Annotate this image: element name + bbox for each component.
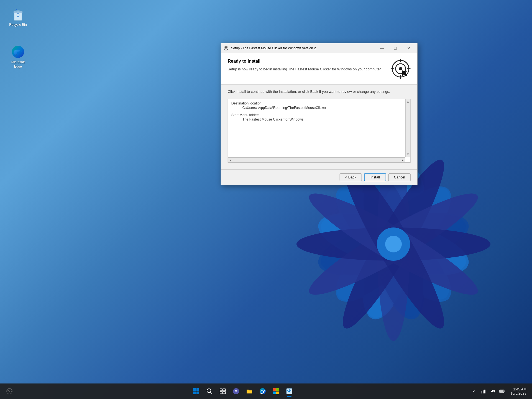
- svg-point-10: [312, 200, 475, 288]
- desktop: Recycle Bin: [0, 0, 532, 399]
- horizontal-scrollbar[interactable]: ◄ ►: [228, 157, 405, 162]
- svg-point-1: [349, 163, 438, 326]
- task-view-button[interactable]: [217, 385, 229, 397]
- search-button[interactable]: [203, 385, 216, 397]
- cancel-button[interactable]: Cancel: [388, 173, 411, 181]
- svg-point-22: [301, 181, 486, 307]
- svg-rect-43: [196, 392, 199, 394]
- svg-rect-60: [483, 390, 484, 393]
- dialog-section-title: Ready to Install: [228, 59, 385, 64]
- svg-rect-46: [223, 389, 226, 391]
- clock-area[interactable]: 1:45 AM 10/5/2023: [508, 386, 529, 397]
- svg-point-31: [225, 47, 227, 49]
- close-button[interactable]: ✕: [402, 44, 415, 53]
- dialog-footer: < Back Install Cancel: [221, 169, 417, 185]
- store-icon[interactable]: [270, 385, 282, 397]
- svg-rect-54: [273, 392, 276, 394]
- dialog-titlebar[interactable]: Setup - The Fastest Mouse Clicker for Wi…: [221, 43, 417, 53]
- svg-point-5: [321, 172, 466, 316]
- dialog-section-desc: Setup is now ready to begin installing T…: [228, 66, 385, 72]
- svg-point-12: [351, 166, 436, 323]
- scroll-right-arrow[interactable]: ►: [400, 157, 405, 162]
- dialog-header-content: Ready to Install Setup is now ready to b…: [228, 59, 385, 72]
- taskbar-widgets-icon[interactable]: [3, 385, 16, 397]
- file-explorer-icon[interactable]: [243, 385, 255, 397]
- svg-text:M: M: [235, 389, 237, 393]
- scroll-left-arrow[interactable]: ◄: [228, 157, 233, 162]
- recycle-bin-label: Recycle Bin: [9, 23, 27, 27]
- scroll-down-arrow[interactable]: ▼: [405, 152, 410, 157]
- svg-rect-42: [193, 392, 196, 394]
- edge-icon-label: MicrosoftEdge: [11, 60, 25, 69]
- minimize-button[interactable]: —: [376, 44, 388, 53]
- edge-icon-image: [11, 45, 25, 59]
- svg-rect-45: [220, 389, 222, 391]
- install-button[interactable]: Install: [364, 173, 386, 181]
- svg-point-14: [301, 181, 486, 307]
- dialog-title: Setup - The Fastest Mouse Clicker for Wi…: [231, 46, 376, 50]
- back-button[interactable]: < Back: [340, 173, 362, 181]
- svg-point-24: [377, 227, 410, 261]
- dialog-body: Click Install to continue with the insta…: [221, 84, 417, 169]
- info-box: Destination location: C:\Users\ \AppData…: [228, 99, 411, 163]
- dialog-instruction-text: Click Install to continue with the insta…: [228, 89, 411, 94]
- svg-rect-59: [481, 391, 482, 393]
- svg-rect-41: [196, 388, 199, 391]
- svg-rect-64: [500, 390, 504, 392]
- maximize-button[interactable]: □: [389, 44, 402, 53]
- svg-point-21: [296, 227, 490, 261]
- svg-point-34: [399, 67, 402, 70]
- edge-taskbar-icon[interactable]: [257, 385, 269, 397]
- vertical-scrollbar[interactable]: ▲ ▼: [405, 99, 410, 157]
- svg-rect-47: [220, 392, 222, 394]
- svg-point-8: [323, 173, 464, 314]
- taskbar-center: M: [16, 385, 470, 397]
- destination-value: C:\Users\ \AppData\Roaming\TheFastestMou…: [242, 106, 403, 110]
- svg-point-7: [351, 164, 436, 324]
- system-tray: [470, 387, 506, 395]
- taskbar-right: 1:45 AM 10/5/2023: [470, 386, 529, 397]
- svg-rect-28: [16, 11, 20, 12]
- recycle-bin-icon[interactable]: Recycle Bin: [6, 6, 30, 29]
- svg-rect-48: [223, 392, 226, 394]
- svg-rect-40: [193, 388, 196, 391]
- show-hidden-icons-button[interactable]: [470, 387, 478, 395]
- clock-time: 1:45 AM: [510, 387, 526, 391]
- clock-date: 10/5/2023: [510, 391, 526, 395]
- taskbar-left: [3, 385, 16, 397]
- dialog-large-app-icon: [391, 59, 411, 79]
- network-icon[interactable]: [479, 387, 487, 395]
- start-menu-value: The Fastest Mouse Clicker for Windows: [242, 117, 403, 121]
- svg-rect-61: [484, 390, 485, 393]
- svg-point-15: [296, 227, 490, 261]
- scroll-up-arrow[interactable]: ▲: [405, 99, 410, 104]
- meet-now-icon[interactable]: M: [230, 385, 242, 397]
- svg-point-16: [301, 181, 486, 307]
- dialog-header: Ready to Install Setup is now ready to b…: [221, 53, 417, 84]
- setup-dialog: Setup - The Fastest Mouse Clicker for Wi…: [221, 43, 418, 185]
- svg-rect-63: [504, 390, 505, 392]
- svg-point-3: [315, 202, 472, 286]
- svg-point-30: [224, 46, 228, 50]
- svg-rect-53: [276, 388, 279, 391]
- taskbar: M: [0, 383, 532, 399]
- svg-rect-26: [14, 12, 22, 21]
- svg-point-9: [312, 200, 475, 288]
- dialog-app-icon-small: [223, 45, 229, 51]
- start-button[interactable]: [190, 385, 202, 397]
- svg-point-0: [371, 211, 416, 277]
- microsoft-edge-desktop-icon[interactable]: MicrosoftEdge: [6, 43, 30, 70]
- svg-point-20: [301, 181, 486, 307]
- svg-rect-52: [273, 388, 276, 391]
- svg-rect-55: [276, 392, 279, 394]
- svg-point-2: [321, 172, 466, 316]
- svg-point-11: [324, 175, 463, 314]
- svg-point-4: [315, 202, 472, 286]
- installer-icon[interactable]: [283, 385, 295, 397]
- destination-label: Destination location:: [231, 101, 403, 105]
- volume-icon[interactable]: [489, 387, 497, 395]
- recycle-bin-icon-image: [11, 7, 25, 22]
- battery-icon[interactable]: [498, 387, 506, 395]
- titlebar-buttons: — □ ✕: [376, 44, 415, 53]
- svg-point-25: [385, 236, 402, 252]
